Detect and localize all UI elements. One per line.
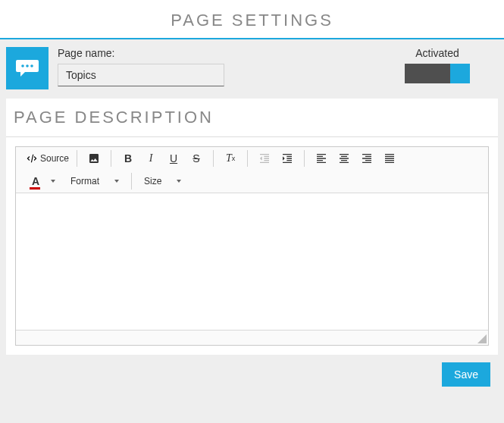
page-type-icon-box [6, 47, 49, 89]
format-label: Format [70, 176, 99, 186]
svg-marker-1 [20, 72, 25, 77]
svg-point-4 [30, 64, 33, 67]
svg-point-3 [26, 64, 29, 67]
align-left-icon [315, 152, 327, 164]
format-dropdown[interactable]: Format [67, 174, 122, 188]
align-right-icon [361, 152, 373, 164]
italic-button[interactable]: I [143, 150, 158, 167]
size-dropdown[interactable]: Size [141, 174, 184, 188]
chevron-down-icon [114, 180, 119, 183]
actions-row: Save [0, 355, 504, 394]
svg-point-2 [21, 64, 24, 67]
toolbar-row-1: Source B I U S [16, 147, 488, 170]
page-title: PAGE SETTINGS [0, 11, 504, 30]
image-icon [88, 152, 100, 164]
align-right-button[interactable] [359, 150, 374, 167]
align-center-button[interactable] [337, 150, 352, 167]
chevron-down-icon[interactable] [51, 180, 55, 183]
settings-row: Page name: Activated [0, 39, 504, 99]
editor-content[interactable] [16, 193, 488, 330]
separator [77, 150, 77, 167]
align-center-icon [338, 152, 350, 164]
editor-wrap: Source B I U S [6, 137, 498, 355]
activated-block: Activated [405, 47, 493, 83]
chat-icon [16, 60, 39, 77]
toggle-knob [450, 64, 470, 83]
separator [304, 150, 305, 167]
text-color-swatch [30, 187, 40, 190]
outdent-icon [258, 152, 271, 164]
separator [247, 150, 248, 167]
resize-handle[interactable] [477, 334, 487, 343]
image-button[interactable] [86, 150, 102, 167]
page-name-label: Page name: [58, 47, 224, 59]
separator [213, 150, 214, 167]
align-left-button[interactable] [314, 150, 329, 167]
source-label: Source [40, 153, 69, 164]
strikethrough-button[interactable]: S [189, 150, 204, 167]
page-header: PAGE SETTINGS [0, 0, 504, 39]
remove-format-button[interactable]: Tx [223, 150, 238, 167]
indent-icon [281, 152, 293, 164]
align-justify-icon [383, 152, 396, 164]
outdent-button[interactable] [257, 150, 272, 167]
indent-button[interactable] [280, 150, 295, 167]
bold-button[interactable]: B [121, 150, 136, 167]
page-name-block: Page name: [58, 47, 224, 86]
editor-toolbar: Source B I U S [16, 147, 488, 193]
description-title: PAGE DESCRIPTION [6, 99, 498, 137]
activated-label: Activated [405, 47, 470, 59]
rich-text-editor: Source B I U S [15, 146, 489, 346]
separator [111, 150, 111, 167]
page-name-input[interactable] [58, 64, 224, 86]
text-color-button[interactable]: A [28, 173, 43, 190]
size-label: Size [144, 176, 161, 186]
source-button[interactable]: Source [22, 152, 74, 165]
align-justify-button[interactable] [382, 150, 397, 167]
activated-toggle[interactable] [405, 64, 470, 83]
description-panel: PAGE DESCRIPTION Source [6, 99, 498, 355]
source-icon [27, 153, 37, 164]
editor-statusbar [16, 330, 488, 345]
underline-button[interactable]: U [166, 150, 181, 167]
toolbar-row-2: A Format Size [16, 170, 488, 193]
separator [131, 173, 132, 190]
save-button[interactable]: Save [442, 362, 490, 387]
chevron-down-icon [177, 180, 181, 183]
